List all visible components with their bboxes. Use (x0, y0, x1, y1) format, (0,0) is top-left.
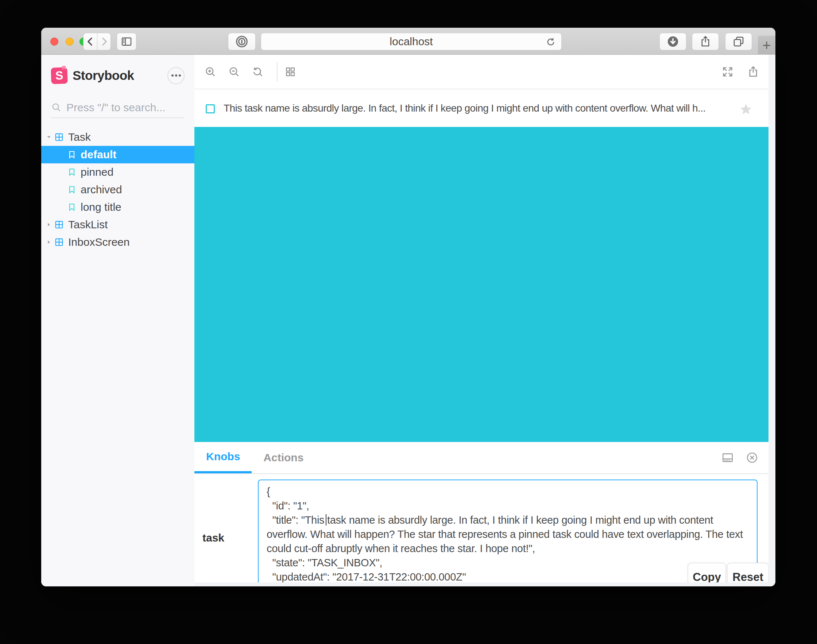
caret-down-icon (46, 135, 51, 140)
history-nav-group (83, 33, 111, 50)
knob-value-textarea[interactable]: { "id": "1", "title": "This task name is… (258, 480, 757, 583)
back-button[interactable] (83, 33, 97, 50)
panel-position-button[interactable] (722, 451, 734, 464)
export-icon (747, 66, 759, 78)
close-panel-button[interactable] (746, 451, 758, 464)
tree-item-inboxscreen[interactable]: InboxScreen (41, 233, 195, 251)
search-input[interactable]: Press "/" to search... (51, 98, 184, 118)
brand-title: Storybook (73, 68, 134, 83)
task-checkbox[interactable] (206, 104, 215, 113)
pin-star-icon[interactable] (739, 103, 753, 116)
knobs-panel: task { "id": "1", "title": "This task na… (195, 474, 768, 583)
storybook-logo-icon: S (51, 67, 68, 84)
storybook-sidebar: S Storybook Press "/" to search... (41, 55, 195, 586)
share-button[interactable] (692, 33, 719, 50)
forward-chevron-icon (98, 36, 109, 47)
tree-item-label: TaskList (68, 218, 107, 231)
zoom-reset-button[interactable] (252, 66, 264, 78)
caret-right-icon (46, 239, 51, 245)
reload-icon (545, 37, 556, 48)
preview-area: This task name is absurdly large. In fac… (195, 55, 768, 583)
sidebar-menu-button[interactable] (167, 67, 185, 84)
fullscreen-button[interactable] (722, 66, 734, 78)
component-icon (54, 238, 64, 247)
knob-value-wrap: { "id": "1", "title": "This task name is… (258, 480, 757, 583)
text-cursor (326, 514, 326, 526)
task-title: This task name is absurdly large. In fac… (224, 89, 737, 127)
zoom-out-icon (228, 66, 241, 78)
bookmark-icon (67, 185, 76, 194)
back-chevron-icon (85, 36, 96, 47)
minimize-window-button[interactable] (66, 38, 74, 46)
toolbar-divider (277, 62, 277, 82)
grid-icon (285, 66, 296, 78)
caret-right-icon (46, 222, 51, 227)
storybook-app: S Storybook Press "/" to search... (41, 55, 776, 586)
tree-item-long-title[interactable]: long title (41, 198, 195, 216)
screenshot-background: localhost (0, 0, 817, 644)
search-placeholder: Press "/" to search... (66, 101, 165, 114)
tree-item-tasklist[interactable]: TaskList (41, 216, 195, 233)
new-tab-button[interactable]: + (758, 36, 776, 55)
close-circle-icon (746, 451, 758, 464)
bookmark-icon (67, 150, 76, 159)
sidebar-toggle-icon (121, 36, 132, 48)
canvas-toolbar (195, 55, 768, 89)
reset-button[interactable]: Reset (727, 563, 768, 583)
bookmark-icon (67, 203, 76, 212)
address-bar[interactable]: localhost (261, 33, 562, 50)
address-bar-url: localhost (389, 35, 432, 48)
password-manager-button[interactable] (228, 33, 256, 50)
zoom-in-icon (204, 66, 217, 78)
component-icon (54, 132, 64, 142)
zoom-in-button[interactable] (204, 66, 217, 78)
tree-item-label: InboxScreen (68, 236, 129, 248)
zoom-reset-icon (252, 66, 264, 78)
zoom-out-button[interactable] (228, 66, 241, 78)
password-manager-icon (235, 35, 249, 49)
tab-overview-button[interactable] (725, 33, 752, 50)
tree-item-task[interactable]: Task (41, 128, 195, 146)
bottom-panel-icon (722, 451, 734, 464)
story-tree: Task default pinned (41, 128, 195, 251)
browser-window: localhost (41, 28, 776, 586)
story-canvas-background (195, 127, 768, 442)
close-window-button[interactable] (51, 38, 58, 46)
tab-overview-icon (733, 35, 745, 48)
downloads-icon (667, 35, 679, 48)
share-icon (699, 35, 711, 48)
sidebar-header: S Storybook (51, 67, 185, 84)
fullscreen-icon (722, 66, 734, 78)
copy-button[interactable]: Copy (688, 563, 726, 583)
tree-item-default[interactable]: default (41, 146, 195, 163)
plus-icon: + (762, 38, 771, 52)
tree-item-archived[interactable]: archived (41, 181, 195, 198)
open-canvas-in-new-tab-button[interactable] (747, 66, 759, 78)
tree-item-pinned[interactable]: pinned (41, 163, 195, 181)
knob-name: task (202, 532, 224, 544)
tree-item-label: Task (68, 131, 91, 143)
tree-item-label: archived (81, 183, 122, 196)
reload-button[interactable] (545, 37, 556, 48)
tab-knobs[interactable]: Knobs (195, 442, 252, 473)
tree-item-label: pinned (81, 166, 113, 178)
sidebar-toggle-button[interactable] (117, 33, 136, 50)
bookmark-icon (67, 168, 76, 176)
search-icon (51, 102, 62, 113)
tree-item-label: default (81, 149, 116, 161)
grid-toggle-button[interactable] (284, 66, 297, 78)
downloads-button[interactable] (659, 33, 687, 50)
task-story-row: This task name is absurdly large. In fac… (195, 89, 768, 127)
component-icon (54, 220, 64, 229)
ellipsis-icon (172, 74, 173, 77)
addon-panel-tabbar: Knobs Actions (195, 442, 768, 474)
tab-actions[interactable]: Actions (252, 442, 315, 473)
forward-button[interactable] (97, 33, 111, 50)
tree-item-label: long title (81, 201, 121, 213)
browser-titlebar: localhost (41, 28, 776, 55)
